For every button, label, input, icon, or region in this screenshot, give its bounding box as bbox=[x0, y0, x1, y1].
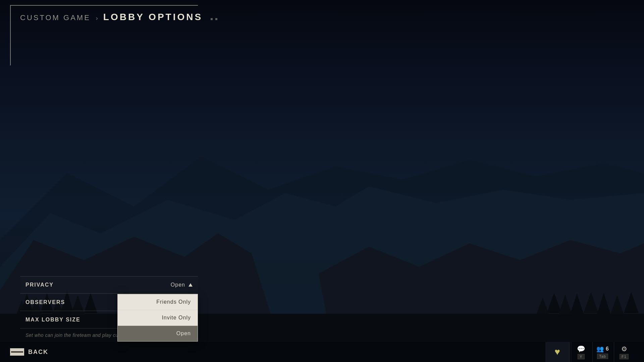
back-key-bar bbox=[11, 351, 23, 353]
right-icons: ♥ 💬 Y 👥 6 Tab ⚙ F1 bbox=[545, 342, 634, 362]
privacy-row[interactable]: PRIVACY Open Friends Only Invite Only Op… bbox=[20, 276, 198, 294]
dropdown-arrow-icon bbox=[189, 283, 193, 287]
dropdown-option-invite-only[interactable]: Invite Only bbox=[118, 310, 198, 326]
title-area: CUSTOM GAME › LOBBY OPTIONS bbox=[20, 12, 217, 22]
heart-button[interactable]: ♥ bbox=[545, 342, 570, 362]
dropdown-option-open[interactable]: Open bbox=[118, 326, 198, 341]
settings-gear-icon: ⚙ bbox=[621, 345, 627, 353]
settings-container: PRIVACY Open Friends Only Invite Only Op… bbox=[20, 276, 198, 328]
players-row: 👥 6 bbox=[596, 345, 609, 353]
back-key-icon bbox=[10, 348, 24, 356]
settings-key: F1 bbox=[620, 354, 629, 359]
title-separator: › bbox=[96, 15, 98, 22]
players-count: 6 bbox=[606, 346, 609, 352]
title-prefix: CUSTOM GAME bbox=[20, 13, 91, 22]
heart-icon: ♥ bbox=[554, 347, 560, 357]
bottom-bar: Back ♥ 💬 Y 👥 6 Tab ⚙ F1 bbox=[0, 342, 644, 362]
title-decoration bbox=[211, 18, 217, 20]
privacy-current-value: Open bbox=[171, 282, 185, 288]
players-icon: 👥 bbox=[596, 345, 604, 353]
players-key: Tab bbox=[597, 354, 608, 359]
chat-button[interactable]: 💬 Y bbox=[571, 342, 591, 362]
players-button[interactable]: 👥 6 Tab bbox=[592, 342, 612, 362]
back-label: Back bbox=[28, 349, 48, 356]
max-lobby-size-label: MAX LOBBY SIZE bbox=[25, 317, 80, 323]
back-button[interactable]: Back bbox=[10, 348, 48, 356]
title-dot-1 bbox=[211, 18, 213, 20]
privacy-value-container[interactable]: Open bbox=[171, 282, 193, 288]
observers-label: OBSERVERS bbox=[25, 299, 65, 305]
title-main: LOBBY OPTIONS bbox=[103, 12, 203, 22]
dropdown-option-friends-only[interactable]: Friends Only bbox=[118, 294, 198, 310]
privacy-dropdown[interactable]: Friends Only Invite Only Open bbox=[117, 294, 198, 342]
chat-key: Y bbox=[578, 354, 584, 359]
chat-icon: 💬 bbox=[577, 345, 585, 353]
privacy-label: PRIVACY bbox=[25, 282, 54, 288]
settings-button[interactable]: ⚙ F1 bbox=[614, 342, 634, 362]
title-dot-2 bbox=[215, 18, 217, 20]
